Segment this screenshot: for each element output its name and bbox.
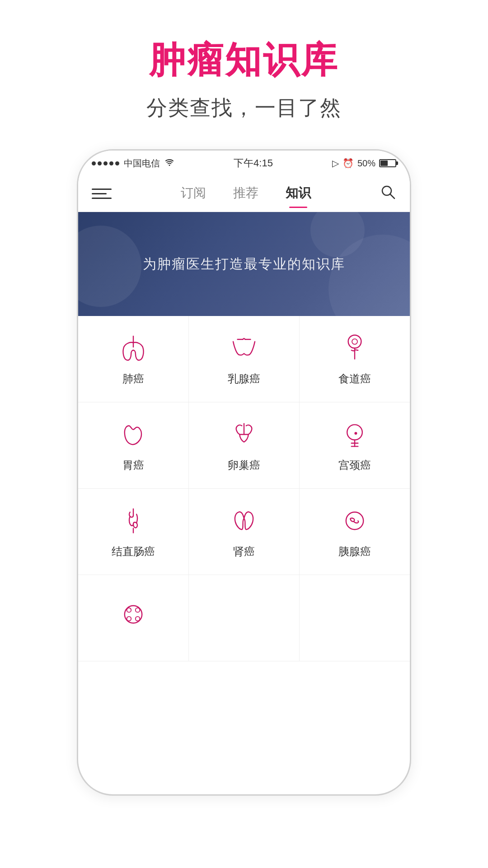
signal-dot-3 xyxy=(103,161,108,165)
menu-line-1 xyxy=(92,189,112,190)
ovary-icon xyxy=(228,418,260,451)
page-title: 肿瘤知识库 xyxy=(0,36,488,85)
signal-dot-2 xyxy=(98,161,102,165)
grid-row-1: 肺癌 乳腺癌 xyxy=(78,316,410,402)
kidney-icon xyxy=(228,505,260,537)
cell-esophagus[interactable]: 食道癌 xyxy=(300,316,410,402)
cell-ovary[interactable]: 卵巢癌 xyxy=(189,402,300,488)
esophagus-label: 食道癌 xyxy=(338,372,371,386)
tab-knowledge[interactable]: 知识 xyxy=(286,184,311,203)
cervix-label: 宫颈癌 xyxy=(338,458,371,472)
cervix-icon xyxy=(338,418,371,451)
status-time: 下午4:15 xyxy=(234,156,273,170)
other-icon xyxy=(117,598,150,631)
carrier-label: 中国电信 xyxy=(124,157,160,170)
menu-icon[interactable] xyxy=(92,189,112,199)
svg-point-3 xyxy=(352,339,357,344)
stomach-label: 胃癌 xyxy=(122,458,144,472)
page-header: 肿瘤知识库 分类查找，一目了然 xyxy=(0,0,488,140)
svg-line-1 xyxy=(390,194,394,198)
status-right: ▷ ⏰ 50% xyxy=(332,158,396,169)
signal-dots xyxy=(92,161,119,165)
menu-line-3 xyxy=(92,198,112,199)
status-bar: 中国电信 下午4:15 ▷ ⏰ 50% xyxy=(78,151,410,176)
battery-percent: 50% xyxy=(357,158,375,169)
cell-breast[interactable]: 乳腺癌 xyxy=(189,316,300,402)
battery-fill xyxy=(380,160,388,166)
tab-recommend[interactable]: 推荐 xyxy=(233,184,258,203)
nav-tabs: 订阅 推荐 知识 xyxy=(112,184,380,203)
svg-point-15 xyxy=(136,617,140,621)
lung-label: 肺癌 xyxy=(122,372,144,386)
menu-line-2 xyxy=(92,193,107,194)
cancer-grid: 肺癌 乳腺癌 xyxy=(78,316,410,661)
svg-point-9 xyxy=(355,433,357,434)
stomach-icon xyxy=(117,418,150,451)
svg-point-14 xyxy=(127,617,131,621)
svg-point-5 xyxy=(347,425,362,440)
tab-subscribe[interactable]: 订阅 xyxy=(181,184,206,203)
pancreas-label: 胰腺癌 xyxy=(338,544,371,559)
signal-dot-4 xyxy=(109,161,113,165)
banner-text: 为肿瘤医生打造最专业的知识库 xyxy=(143,255,345,274)
kidney-label: 肾癌 xyxy=(233,544,255,559)
search-icon[interactable] xyxy=(380,184,396,204)
ovary-label: 卵巢癌 xyxy=(228,458,260,472)
wifi-icon xyxy=(164,158,174,169)
cell-lung[interactable]: 肺癌 xyxy=(78,316,189,402)
phone-frame: 中国电信 下午4:15 ▷ ⏰ 50% 订阅 推荐 知识 xyxy=(77,149,411,796)
grid-row-4 xyxy=(78,575,410,661)
svg-point-12 xyxy=(127,608,131,613)
svg-point-2 xyxy=(348,335,361,348)
grid-row-3: 结直肠癌 肾癌 胰腺癌 xyxy=(78,489,410,575)
cell-colon[interactable]: 结直肠癌 xyxy=(78,489,189,575)
colon-icon xyxy=(117,505,150,537)
colon-label: 结直肠癌 xyxy=(112,544,155,559)
cell-cervix[interactable]: 宫颈癌 xyxy=(300,402,410,488)
signal-dot-1 xyxy=(92,161,96,165)
signal-dot-5 xyxy=(115,161,119,165)
cell-kidney[interactable]: 肾癌 xyxy=(189,489,300,575)
breast-icon xyxy=(228,332,260,364)
banner: 为肿瘤医生打造最专业的知识库 xyxy=(78,212,410,316)
nav-bar: 订阅 推荐 知识 xyxy=(78,176,410,212)
cell-pancreas[interactable]: 胰腺癌 xyxy=(300,489,410,575)
esophagus-icon xyxy=(338,332,371,364)
breast-label: 乳腺癌 xyxy=(228,372,260,386)
lung-icon xyxy=(117,332,150,364)
location-icon: ▷ xyxy=(332,158,339,169)
pancreas-icon xyxy=(338,505,371,537)
battery-icon xyxy=(379,159,396,167)
alarm-icon: ⏰ xyxy=(343,158,354,169)
banner-deco-1 xyxy=(78,226,141,307)
cell-other[interactable] xyxy=(78,575,189,661)
grid-row-2: 胃癌 卵巢癌 xyxy=(78,402,410,489)
page-subtitle: 分类查找，一目了然 xyxy=(0,94,488,122)
status-left: 中国电信 xyxy=(92,157,174,170)
cell-empty-2 xyxy=(300,575,410,661)
svg-point-13 xyxy=(136,608,140,613)
cell-stomach[interactable]: 胃癌 xyxy=(78,402,189,488)
cell-empty-1 xyxy=(189,575,300,661)
